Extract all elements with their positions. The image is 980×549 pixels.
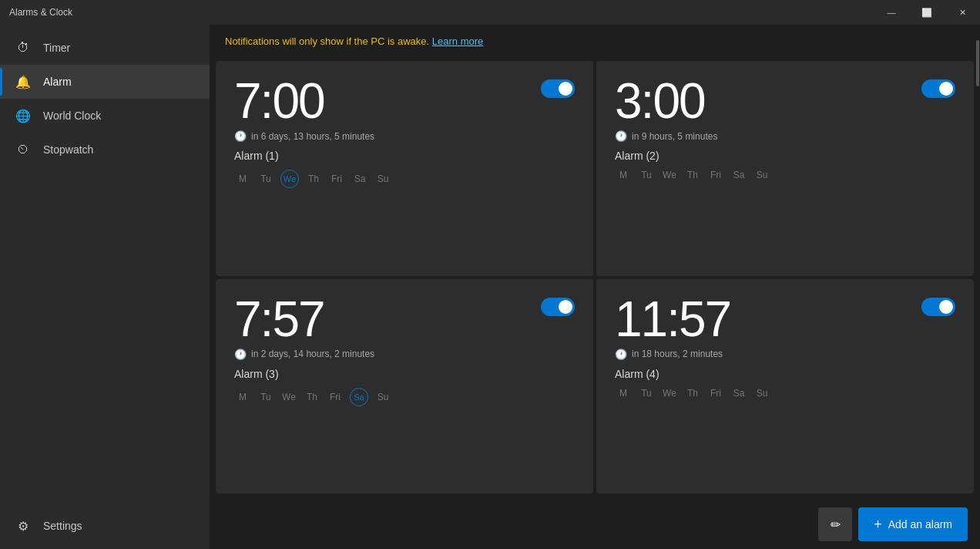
alarm-time-row-2: 3:00 (615, 76, 955, 126)
add-alarm-button[interactable]: + Add an alarm (858, 507, 968, 541)
sidebar-item-stopwatch[interactable]: ⏲ Stopwatch (0, 133, 210, 167)
settings-icon: ⚙ (15, 518, 31, 534)
day-Fri-4: Fri (707, 388, 724, 399)
day-Th-2: Th (684, 170, 701, 180)
alarm-icon: 🔔 (15, 74, 31, 89)
day-Sa-3: Sa (350, 388, 368, 406)
day-Tu-3: Tu (257, 392, 274, 402)
day-We-4: We (661, 388, 678, 399)
scrollbar-track[interactable] (975, 25, 980, 549)
timer-icon: ⏱ (15, 40, 31, 56)
alarm-toggle-1[interactable] (541, 79, 575, 98)
day-We-1: We (280, 170, 299, 188)
alarm-subtitle-text-4: in 18 hours, 2 minutes (632, 349, 723, 359)
alarm-time-1: 7:00 (234, 76, 324, 126)
notification-bar: Notifications will only show if the PC i… (210, 25, 980, 58)
window-controls: — ⬜ ✕ (874, 0, 980, 25)
alarm-time-3: 7:57 (234, 295, 324, 344)
sidebar-item-timer[interactable]: ⏱ Timer (0, 31, 210, 65)
alarm-time-row-3: 7:57 (234, 295, 575, 344)
alarm-days-2: M Tu We Th Fri Sa Su (615, 170, 955, 180)
clock-icon-1: 🕐 (234, 130, 247, 142)
alarm-subtitle-text-2: in 9 hours, 5 minutes (632, 131, 717, 142)
alarm-subtitle-text-1: in 6 days, 13 hours, 5 minutes (251, 131, 374, 142)
day-M-4: M (615, 388, 632, 399)
day-Su-2: Su (753, 170, 770, 180)
alarm-time-2: 3:00 (615, 76, 705, 126)
app-body: ⏱ Timer 🔔 Alarm 🌐 World Clock ⏲ Stopwatc… (0, 25, 980, 549)
alarm-days-3: M Tu We Th Fri Sa Su (234, 388, 575, 406)
day-Fri-2: Fri (707, 170, 724, 180)
stopwatch-icon: ⏲ (15, 142, 31, 157)
main-content: Notifications will only show if the PC i… (210, 25, 980, 549)
day-Su-1: Su (374, 173, 391, 184)
alarm-days-1: M Tu We Th Fri Sa Su (234, 170, 575, 188)
alarms-grid: 7:00 🕐 in 6 days, 13 hours, 5 minutes Al… (210, 58, 980, 500)
alarm-card-2[interactable]: 3:00 🕐 in 9 hours, 5 minutes Alarm (2) M… (596, 61, 974, 276)
alarm-toggle-2[interactable] (921, 79, 955, 98)
add-alarm-label: Add an alarm (888, 518, 952, 530)
maximize-button[interactable]: ⬜ (909, 0, 945, 25)
close-button[interactable]: ✕ (945, 0, 980, 25)
sidebar-item-settings[interactable]: ⚙ Settings (0, 509, 210, 543)
day-Tu-1: Tu (257, 173, 274, 184)
day-Su-4: Su (753, 388, 770, 399)
day-We-2: We (661, 170, 678, 180)
edit-button[interactable]: ✏ (818, 507, 852, 541)
alarm-time-4: 11:57 (615, 295, 730, 344)
day-M-2: M (615, 170, 632, 180)
alarm-time-row-1: 7:00 (234, 76, 575, 126)
alarm-card-4[interactable]: 11:57 🕐 in 18 hours, 2 minutes Alarm (4)… (596, 279, 974, 494)
learn-more-link[interactable]: Learn more (432, 35, 483, 47)
title-bar: Alarms & Clock — ⬜ ✕ (0, 0, 980, 25)
alarm-toggle-3[interactable] (541, 298, 575, 316)
alarm-subtitle-4: 🕐 in 18 hours, 2 minutes (615, 349, 955, 360)
alarm-name-2: Alarm (2) (615, 150, 955, 162)
notification-text: Notifications will only show if the PC i… (225, 35, 429, 47)
sidebar: ⏱ Timer 🔔 Alarm 🌐 World Clock ⏲ Stopwatc… (0, 25, 210, 549)
day-We-3: We (280, 392, 297, 402)
sidebar-label-alarm: Alarm (43, 76, 72, 88)
day-Su-3: Su (374, 392, 391, 402)
day-Th-3: Th (304, 392, 321, 402)
day-Fri-1: Fri (328, 173, 345, 184)
sidebar-bottom: ⚙ Settings (0, 509, 210, 549)
edit-icon: ✏ (831, 517, 841, 532)
alarm-days-4: M Tu We Th Fri Sa Su (615, 388, 955, 399)
day-M-1: M (234, 173, 251, 184)
scrollbar-thumb[interactable] (976, 40, 979, 86)
alarm-toggle-4[interactable] (921, 298, 955, 316)
minimize-button[interactable]: — (874, 0, 909, 25)
world-clock-icon: 🌐 (15, 108, 31, 123)
day-Sa-1: Sa (351, 173, 368, 184)
sidebar-item-alarm[interactable]: 🔔 Alarm (0, 65, 210, 99)
bottom-bar: ✏ + Add an alarm (210, 500, 980, 549)
alarm-card-3[interactable]: 7:57 🕐 in 2 days, 14 hours, 2 minutes Al… (216, 279, 593, 494)
day-Sa-4: Sa (730, 388, 747, 399)
alarm-card-1[interactable]: 7:00 🕐 in 6 days, 13 hours, 5 minutes Al… (216, 61, 593, 276)
sidebar-label-timer: Timer (43, 42, 70, 54)
add-icon: + (874, 517, 882, 533)
sidebar-item-world-clock[interactable]: 🌐 World Clock (0, 99, 210, 133)
alarm-subtitle-3: 🕐 in 2 days, 14 hours, 2 minutes (234, 349, 575, 360)
clock-icon-2: 🕐 (615, 130, 627, 142)
alarm-name-3: Alarm (3) (234, 368, 575, 380)
sidebar-label-world-clock: World Clock (43, 109, 101, 122)
day-Fri-3: Fri (327, 392, 344, 402)
day-Th-1: Th (305, 173, 322, 184)
alarm-name-1: Alarm (1) (234, 150, 575, 162)
day-Tu-4: Tu (638, 388, 655, 399)
alarm-subtitle-text-3: in 2 days, 14 hours, 2 minutes (251, 349, 374, 359)
alarm-subtitle-2: 🕐 in 9 hours, 5 minutes (615, 130, 955, 142)
sidebar-label-settings: Settings (43, 520, 82, 532)
alarm-subtitle-1: 🕐 in 6 days, 13 hours, 5 minutes (234, 130, 575, 142)
day-Th-4: Th (684, 388, 701, 399)
day-Sa-2: Sa (730, 170, 747, 180)
app-title: Alarms & Clock (9, 7, 72, 18)
day-M-3: M (234, 392, 251, 402)
alarm-time-row-4: 11:57 (615, 295, 955, 344)
sidebar-label-stopwatch: Stopwatch (43, 143, 93, 156)
day-Tu-2: Tu (638, 170, 655, 180)
clock-icon-3: 🕐 (234, 349, 247, 360)
alarm-name-4: Alarm (4) (615, 368, 955, 380)
